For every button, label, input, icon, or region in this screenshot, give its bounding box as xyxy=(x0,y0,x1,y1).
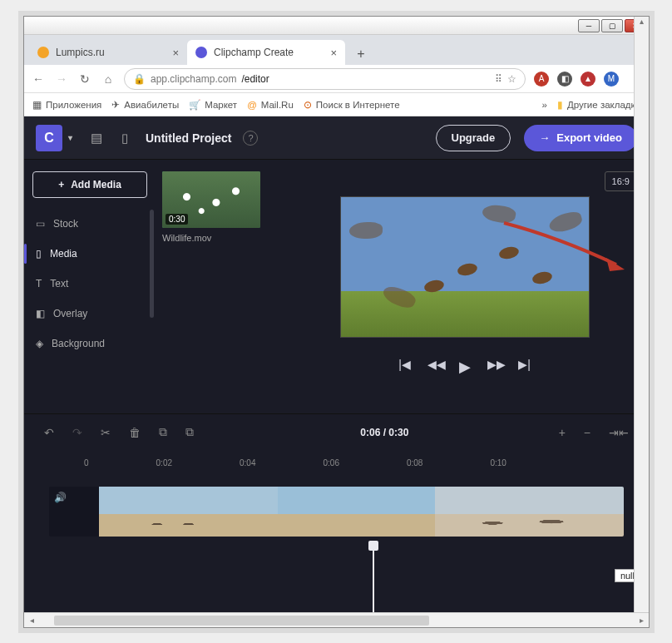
export-video-button[interactable]: → Export video xyxy=(524,125,637,151)
mail-icon: @ xyxy=(247,100,257,110)
volume-icon: 🔊 xyxy=(54,492,67,503)
nav-back-icon[interactable]: ← xyxy=(31,72,46,86)
forward-icon[interactable]: ▶▶ xyxy=(487,358,502,376)
media-panel: 0:30 Wildlife.mov xyxy=(156,160,280,413)
extension-icon[interactable]: A xyxy=(534,72,549,87)
nav-forward-icon[interactable]: → xyxy=(54,72,69,86)
media-thumbnail[interactable]: 0:30 xyxy=(162,171,260,228)
browser-window: ─ ▢ ✕ Lumpics.ru × Clipchamp Create × + … xyxy=(23,16,650,628)
help-icon[interactable]: ? xyxy=(243,131,258,146)
search-icon: ⊙ xyxy=(304,99,312,111)
ruler-tick: 0 xyxy=(84,458,89,467)
apps-icon: ▦ xyxy=(32,99,42,111)
sidebar-item-background[interactable]: ◈Background xyxy=(32,331,147,356)
background-icon: ◈ xyxy=(36,338,43,349)
browser-tabs: Lumpics.ru × Clipchamp Create × + xyxy=(24,35,649,65)
translate-icon[interactable]: ⠿ xyxy=(495,73,502,85)
sidebar-item-overlay[interactable]: ◧Overlay xyxy=(32,301,147,326)
ruler-tick: 0:02 xyxy=(156,458,172,467)
stock-icon: ▭ xyxy=(36,218,45,230)
tab-title: Clipchamp Create xyxy=(214,47,294,58)
trash-icon[interactable]: 🗑 xyxy=(129,426,141,439)
url-path: /editor xyxy=(241,73,269,85)
profile-avatar[interactable]: M xyxy=(604,72,619,87)
bookmark-item[interactable]: 🛒Маркет xyxy=(189,99,237,111)
timeline-track[interactable]: 🔊 xyxy=(49,487,624,537)
upgrade-button[interactable]: Upgrade xyxy=(436,125,511,151)
sidebar-item-stock[interactable]: ▭Stock xyxy=(32,211,147,236)
cut-icon[interactable]: ✂ xyxy=(101,426,111,439)
undo-icon[interactable]: ↶ xyxy=(44,426,54,439)
window-titlebar: ─ ▢ ✕ xyxy=(24,17,649,35)
nav-home-icon[interactable]: ⌂ xyxy=(101,72,116,86)
window-vertical-scrollbar[interactable]: ▴ xyxy=(634,17,649,612)
other-bookmarks[interactable]: ▮Другие закладки xyxy=(557,99,640,111)
skip-start-icon[interactable]: |◀ xyxy=(398,358,413,376)
address-bar: ← → ↻ ⌂ 🔒 app.clipchamp.com/editor ⠿ ☆ A… xyxy=(24,65,649,93)
nav-reload-icon[interactable]: ↻ xyxy=(77,72,92,86)
browser-tab[interactable]: Clipchamp Create × xyxy=(187,40,345,65)
plane-icon: ✈ xyxy=(111,99,120,111)
scrollbar-thumb[interactable] xyxy=(54,616,429,626)
ruler-tick: 0:04 xyxy=(240,458,255,467)
ruler-tick: 0:06 xyxy=(324,458,339,467)
browser-tab[interactable]: Lumpics.ru × xyxy=(29,40,187,65)
duplicate-icon[interactable]: ⧉ xyxy=(185,425,194,439)
bookmark-item[interactable]: ✈Авиабилеты xyxy=(111,99,179,111)
redo-icon[interactable]: ↷ xyxy=(72,426,82,439)
bookmark-apps[interactable]: ▦Приложения xyxy=(32,99,101,111)
timeline-ruler[interactable]: 0 0:02 0:04 0:06 0:08 0:10 xyxy=(24,450,649,475)
play-icon[interactable]: ▶ xyxy=(457,358,472,376)
copy-icon[interactable]: ⧉ xyxy=(159,425,167,439)
zoom-out-icon[interactable]: − xyxy=(584,426,590,439)
rewind-icon[interactable]: ◀◀ xyxy=(427,358,442,376)
zoom-in-icon[interactable]: + xyxy=(559,426,566,439)
window-minimize-button[interactable]: ─ xyxy=(578,19,600,32)
extension-icon[interactable]: ◧ xyxy=(557,72,572,87)
video-clip[interactable] xyxy=(99,487,624,537)
app-logo[interactable]: C ▾ xyxy=(36,125,62,151)
url-input[interactable]: 🔒 app.clipchamp.com/editor ⠿ ☆ xyxy=(124,68,526,90)
clipchamp-app: C ▾ ▤ ▯ Untitled Project ? Upgrade → Exp… xyxy=(24,116,649,612)
sidebar-item-text[interactable]: TText xyxy=(32,271,147,296)
window-maximize-button[interactable]: ▢ xyxy=(601,19,623,32)
favicon xyxy=(195,47,207,58)
document-icon[interactable]: ▯ xyxy=(114,131,136,146)
tab-close-icon[interactable]: × xyxy=(330,47,337,59)
clip-duration: 0:30 xyxy=(166,214,188,225)
film-icon[interactable]: ▤ xyxy=(86,131,107,146)
aspect-ratio-button[interactable]: 16:9 xyxy=(605,171,637,191)
playhead[interactable] xyxy=(373,546,374,612)
ruler-tick: 0:10 xyxy=(490,458,506,467)
sidebar: + Add Media ▭Stock ▯Media TText ◧Overlay… xyxy=(24,160,156,413)
svg-marker-0 xyxy=(606,258,625,271)
tab-close-icon[interactable]: × xyxy=(172,47,179,59)
lock-icon: 🔒 xyxy=(133,73,146,85)
new-tab-button[interactable]: + xyxy=(350,43,372,65)
media-filename: Wildlife.mov xyxy=(162,233,274,243)
media-icon: ▯ xyxy=(36,248,42,260)
project-title[interactable]: Untitled Project xyxy=(146,131,231,145)
playhead-time: 0:06 / 0:30 xyxy=(229,427,541,438)
bookmark-overflow[interactable]: » xyxy=(541,100,546,110)
sidebar-scrollbar[interactable] xyxy=(150,210,154,318)
timeline-toolbar: ↶ ↷ ✂ 🗑 ⧉ ⧉ 0:06 / 0:30 + − ⇥⇤ xyxy=(24,413,649,450)
star-icon[interactable]: ☆ xyxy=(507,73,516,85)
audio-toggle[interactable]: 🔊 xyxy=(49,487,99,537)
ruler-tick: 0:08 xyxy=(407,458,422,467)
editor-main: + Add Media ▭Stock ▯Media TText ◧Overlay… xyxy=(24,160,649,413)
skip-end-icon[interactable]: ▶| xyxy=(517,358,532,376)
preview-panel: 16:9 |◀ ◀◀ ▶ ▶▶ ▶| xyxy=(280,160,649,413)
bookmark-item[interactable]: ⊙Поиск в Интернете xyxy=(304,99,400,111)
video-preview[interactable] xyxy=(340,196,590,338)
cart-icon: 🛒 xyxy=(189,99,200,111)
sidebar-item-media[interactable]: ▯Media xyxy=(32,241,147,266)
extension-icon[interactable]: ▲ xyxy=(581,72,595,87)
add-media-button[interactable]: + Add Media xyxy=(32,171,147,198)
window-horizontal-scrollbar[interactable]: ◂ ▸ xyxy=(24,612,649,627)
tab-title: Lumpics.ru xyxy=(56,47,105,58)
chevron-down-icon: ▾ xyxy=(68,133,72,142)
fit-icon[interactable]: ⇥⇤ xyxy=(609,426,629,439)
bookmark-item[interactable]: @Mail.Ru xyxy=(247,100,294,110)
overlay-icon: ◧ xyxy=(36,308,45,319)
